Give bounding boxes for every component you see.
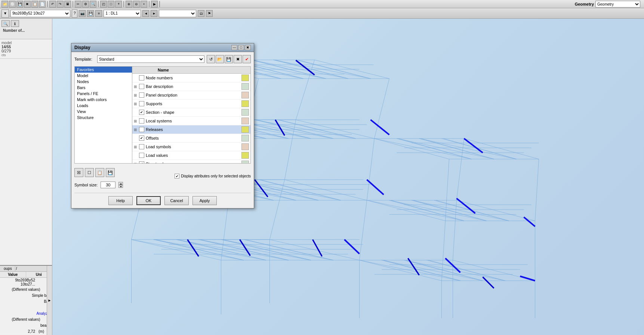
right-panel-row[interactable]: ⊞Supports — [132, 100, 250, 108]
tree-tool-2[interactable]: ☐ — [85, 168, 94, 177]
spin-up-button[interactable]: ▲ — [118, 182, 123, 185]
template-btn-5[interactable]: ✔ — [243, 55, 251, 63]
nav-next-icon[interactable]: ► — [151, 10, 157, 17]
right-panel-row[interactable]: Load values — [132, 151, 250, 160]
right-panel-row[interactable]: ⊞✔Structural axes — [132, 160, 250, 164]
toolbar-icon-14[interactable]: □ — [108, 1, 114, 7]
template-btn-3[interactable]: 💾 — [225, 55, 233, 63]
template-btn-1[interactable]: ↺ — [207, 55, 215, 63]
row-checkbox[interactable] — [139, 118, 144, 124]
case-select[interactable]: 1 : DL1 — [104, 10, 141, 17]
symbol-size-input[interactable] — [101, 182, 115, 188]
row-checkbox[interactable] — [139, 144, 144, 149]
expand-icon[interactable]: ⊞ — [134, 85, 138, 89]
row-checkbox[interactable] — [139, 84, 144, 89]
svg-line-174 — [275, 120, 285, 135]
display-attr-checkbox[interactable]: ✔ — [175, 174, 179, 179]
toolbar-icon-4[interactable]: ✖ — [24, 1, 31, 7]
row-checkbox[interactable] — [139, 75, 144, 80]
toolbar-icon-11[interactable]: ⚙ — [82, 1, 89, 7]
bars-icon[interactable]: ≡ — [95, 10, 102, 17]
tree-item[interactable]: View — [75, 109, 132, 115]
right-panel-row[interactable]: ⊞Releases — [132, 125, 250, 134]
question-btn[interactable]: ? — [72, 9, 78, 18]
tree-item[interactable]: Nodes — [75, 79, 132, 85]
scroll-right-btn[interactable]: ► — [47, 266, 52, 335]
toolbar-icon-18[interactable]: • — [141, 1, 147, 7]
expand-icon[interactable]: ⊞ — [134, 145, 138, 149]
nav-prev-icon[interactable]: ◄ — [142, 10, 149, 17]
right-panel-row[interactable]: ✔Offsets — [132, 134, 250, 143]
apply-button[interactable]: Apply — [192, 196, 217, 205]
tree-item[interactable]: Model — [75, 73, 132, 79]
toolbar-icon-17[interactable]: ⊖ — [133, 1, 140, 7]
toolbar-icon-19[interactable]: ▶ — [151, 1, 158, 7]
tree-item[interactable]: Favorites — [75, 67, 132, 73]
toolbar-icon-7[interactable]: ↶ — [49, 1, 56, 7]
row-checkbox[interactable] — [139, 153, 144, 158]
layer-icon[interactable]: 🗂 — [198, 10, 204, 17]
tree-list[interactable]: FavoritesModelNodesBarsPanels / FEMark w… — [74, 66, 132, 164]
toolbar-icon-15[interactable]: ⌖ — [115, 1, 122, 7]
tree-item[interactable]: Structure — [75, 115, 132, 121]
expand-icon[interactable]: ⊞ — [134, 128, 138, 132]
toolbar-icon-6[interactable]: 📄 — [39, 1, 46, 7]
maximize-button[interactable]: □ — [238, 45, 244, 50]
toolbar-icon-13[interactable]: ◰ — [100, 1, 107, 7]
expand-icon[interactable]: ⊞ — [134, 93, 138, 97]
toolbar-icon-3[interactable]: 💾 — [16, 1, 23, 7]
spin-down-button[interactable]: ▼ — [118, 185, 123, 188]
right-panel-row[interactable]: ⊞Bar description — [132, 82, 250, 91]
expand-icon[interactable]: ⊞ — [134, 102, 138, 106]
cancel-button[interactable]: Cancel — [164, 196, 189, 205]
help-button[interactable]: Help — [108, 196, 133, 205]
row-name: Structural axes — [146, 162, 241, 164]
tree-tool-3[interactable]: 📋 — [95, 168, 104, 177]
expand-icon[interactable]: ⊞ — [134, 119, 138, 123]
toolbar-icon-5[interactable]: 📋 — [31, 1, 38, 7]
model-select[interactable]: 9to269By52 10to27 — [10, 10, 70, 17]
row-checkbox[interactable]: ✔ — [139, 135, 144, 141]
right-panel-row[interactable]: Node numbers — [132, 74, 250, 82]
row-name: Section - shape — [146, 110, 241, 115]
tree-item[interactable]: Bars — [75, 85, 132, 91]
row-checkbox[interactable] — [139, 127, 144, 132]
close-button[interactable]: ✖ — [245, 45, 251, 50]
save-icon[interactable]: 💾 — [87, 10, 94, 17]
toolbar-icon-16[interactable]: ⊕ — [126, 1, 132, 7]
tree-item[interactable]: Panels / FE — [75, 91, 132, 97]
search-button[interactable]: 🔍 — [1, 20, 10, 27]
case-select-2[interactable] — [159, 10, 196, 17]
toolbar-icon-12[interactable]: 🔍 — [90, 1, 96, 7]
ok-button[interactable]: OK — [136, 196, 161, 205]
right-panel-row[interactable]: ⊞Panel description — [132, 91, 250, 100]
row-checkbox[interactable]: ✔ — [139, 110, 144, 115]
right-panel-row[interactable]: ⊞Local systems — [132, 117, 250, 125]
flag-icon[interactable]: ⚑ — [206, 10, 213, 17]
toolbar-icon-2[interactable]: ⚪ — [9, 1, 16, 7]
template-select[interactable]: Standard — [97, 55, 204, 63]
info-button[interactable]: ℹ — [11, 20, 19, 27]
row-checkbox[interactable]: ✔ — [139, 161, 144, 164]
tree-item[interactable]: Loads — [75, 103, 132, 109]
toolbar-icon-9[interactable]: 🖩 — [64, 1, 71, 7]
template-btn-2[interactable]: 📂 — [216, 55, 224, 63]
toolbar-icon-10[interactable]: ✂ — [75, 1, 81, 7]
camera-icon[interactable]: 📷 — [79, 10, 86, 17]
tree-item[interactable]: Mark with colors — [75, 97, 132, 103]
geometry-select[interactable]: Geometry — [595, 1, 640, 7]
props-tab-oups[interactable]: oups — [1, 266, 15, 271]
tree-tool-4[interactable]: 💾 — [106, 168, 115, 177]
row-checkbox[interactable] — [139, 92, 144, 98]
tree-tool-1[interactable]: ☒ — [74, 168, 83, 177]
right-panel-row[interactable]: ✔Section - shape — [132, 108, 250, 117]
template-btn-4[interactable]: ✖ — [234, 55, 242, 63]
minimize-button[interactable]: — — [231, 45, 237, 50]
right-panel-row[interactable]: ⊞Load symbols — [132, 143, 250, 151]
left-sidebar: 🔍 ℹ Number of... model 14/55 0/279 cts o… — [0, 19, 52, 335]
row-checkbox[interactable] — [139, 101, 144, 106]
toolbar-icon-1[interactable]: 📁 — [1, 1, 8, 7]
arrow-down-btn[interactable]: ▼ — [1, 9, 9, 18]
expand-icon[interactable]: ⊞ — [134, 162, 138, 164]
toolbar-icon-8[interactable]: ↷ — [57, 1, 64, 7]
